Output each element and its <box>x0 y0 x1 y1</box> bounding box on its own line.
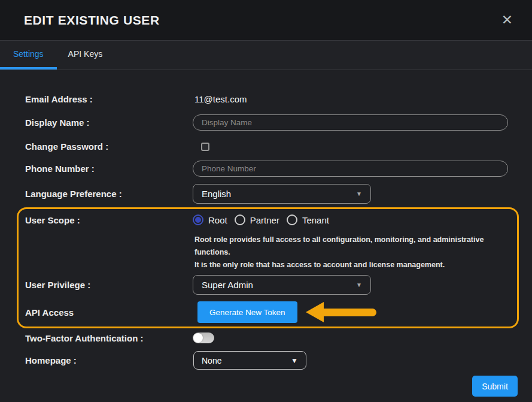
api-access-row: API Access Generate New Token <box>19 301 517 323</box>
homepage-row: Homepage : None ▼ <box>0 351 532 370</box>
two-factor-row: Two-Factor Authentication : <box>0 333 532 343</box>
display-name-label: Display Name : <box>25 117 193 128</box>
modal-header: EDIT EXISTING USER ✕ <box>0 0 532 41</box>
chevron-down-icon: ▼ <box>356 191 362 197</box>
user-scope-row: User Scope : Root Partner Tenant <box>19 214 517 226</box>
api-access-label: API Access <box>25 307 193 318</box>
user-privilege-select[interactable]: Super Admin ▼ <box>193 275 371 295</box>
user-scope-help-line1: Root role provides full access to all co… <box>194 234 517 259</box>
radio-root[interactable] <box>193 214 203 225</box>
two-factor-toggle[interactable] <box>193 333 214 343</box>
chevron-down-icon: ▼ <box>356 282 362 288</box>
tab-settings[interactable]: Settings <box>0 41 57 69</box>
change-password-label: Change Password : <box>25 141 193 152</box>
settings-form: Email Address : 11@test.com Display Name… <box>0 70 532 402</box>
user-privilege-select-value: Super Admin <box>202 280 253 290</box>
generate-token-button[interactable]: Generate New Token <box>197 301 297 323</box>
radio-partner-label: Partner <box>250 215 279 225</box>
user-scope-label: User Scope : <box>25 215 193 225</box>
radio-tenant[interactable] <box>287 214 297 225</box>
language-label: Language Preference : <box>25 189 193 199</box>
radio-tenant-label: Tenant <box>302 215 329 225</box>
language-select[interactable]: English ▼ <box>193 184 371 204</box>
tab-api-keys[interactable]: API Keys <box>57 41 114 69</box>
two-factor-label: Two-Factor Authentication : <box>25 333 193 343</box>
close-icon[interactable]: ✕ <box>501 13 513 27</box>
user-scope-help: Root role provides full access to all co… <box>194 234 517 271</box>
tab-bar: Settings API Keys <box>0 41 532 70</box>
highlight-arrow <box>306 302 376 322</box>
submit-row: Submit <box>0 376 532 397</box>
dropdown-arrow-icon: ▼ <box>291 356 298 365</box>
highlight-box: User Scope : Root Partner Tenant Root ro… <box>17 207 519 328</box>
homepage-select[interactable]: None ▼ <box>193 351 306 370</box>
phone-label: Phone Number : <box>25 164 193 174</box>
homepage-select-value: None <box>202 356 221 365</box>
user-scope-radio-group: Root Partner Tenant <box>193 214 336 225</box>
change-password-checkbox[interactable] <box>201 143 209 151</box>
change-password-row: Change Password : <box>0 142 532 151</box>
phone-row: Phone Number : <box>0 161 532 177</box>
edit-user-modal: EDIT EXISTING USER ✕ Settings API Keys E… <box>0 0 532 402</box>
toggle-knob <box>193 333 203 343</box>
email-row: Email Address : 11@test.com <box>0 92 532 106</box>
display-name-row: Display Name : <box>0 114 532 131</box>
submit-button[interactable]: Submit <box>472 376 518 397</box>
user-scope-help-line2: It is the only role that has access to a… <box>194 259 517 271</box>
language-select-value: English <box>202 189 231 199</box>
modal-title: EDIT EXISTING USER <box>24 13 160 28</box>
radio-partner[interactable] <box>235 214 245 225</box>
phone-input[interactable] <box>193 161 508 177</box>
arrow-head-icon <box>306 302 324 322</box>
email-value: 11@test.com <box>194 94 247 104</box>
language-row: Language Preference : English ▼ <box>0 184 532 204</box>
homepage-label: Homepage : <box>25 355 193 365</box>
display-name-input[interactable] <box>193 114 508 131</box>
radio-root-label: Root <box>208 215 227 225</box>
email-label: Email Address : <box>25 94 193 104</box>
user-privilege-label: User Privilege : <box>25 280 193 290</box>
user-privilege-row: User Privilege : Super Admin ▼ <box>19 275 517 295</box>
arrow-shaft <box>324 309 376 316</box>
